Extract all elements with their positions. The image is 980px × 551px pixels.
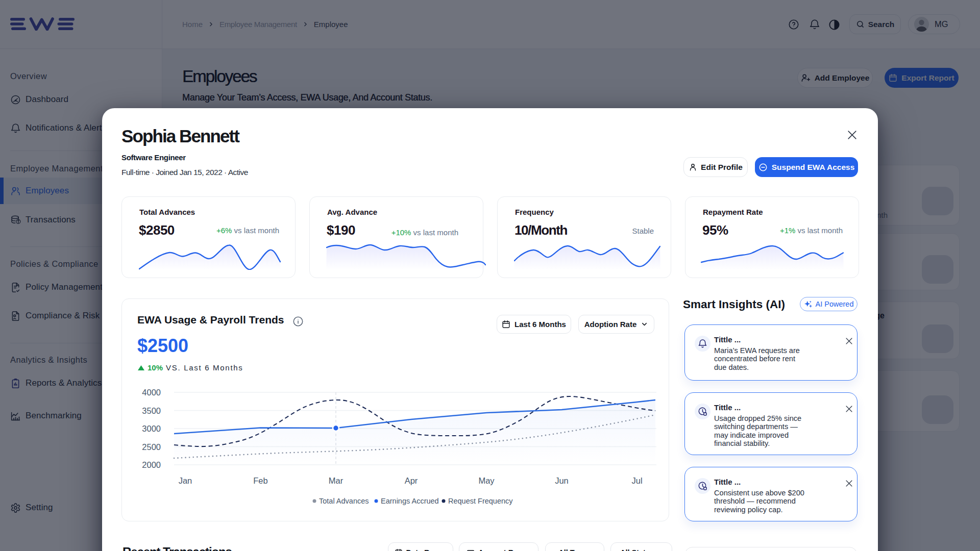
svg-text:4000: 4000: [142, 388, 161, 397]
svg-text:Apr: Apr: [405, 476, 418, 485]
svg-text:Jan: Jan: [179, 476, 192, 485]
svg-text:2500: 2500: [142, 442, 161, 452]
svg-text:Mar: Mar: [329, 476, 344, 485]
svg-text:Total Advances: Total Advances: [319, 497, 369, 505]
svg-text:3000: 3000: [142, 424, 161, 433]
svg-text:May: May: [478, 476, 495, 485]
svg-text:2000: 2000: [142, 460, 161, 469]
svg-text:Request Frequency: Request Frequency: [448, 497, 513, 505]
svg-text:Earnings Accrued: Earnings Accrued: [381, 497, 439, 505]
svg-text:3500: 3500: [142, 406, 161, 415]
svg-text:Jun: Jun: [555, 476, 569, 485]
svg-text:Jul: Jul: [631, 476, 642, 485]
svg-text:Feb: Feb: [253, 476, 267, 485]
